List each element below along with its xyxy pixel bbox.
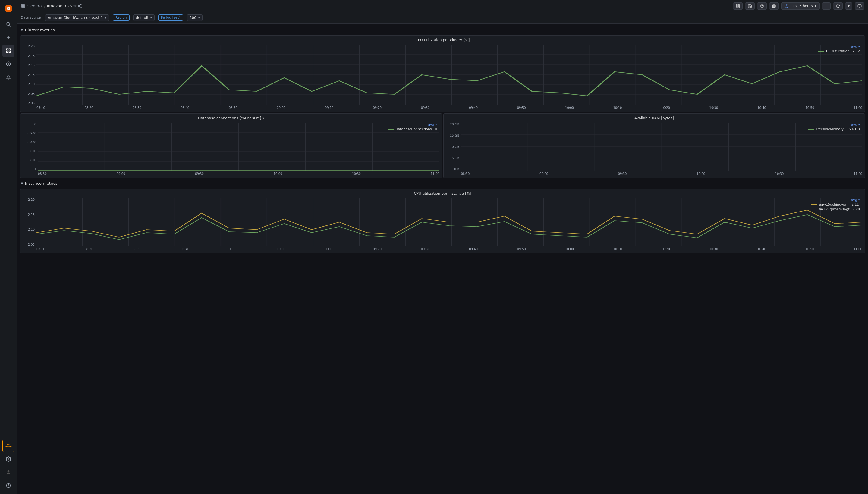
share-icon[interactable] [78,4,82,8]
gear-icon[interactable] [2,453,15,465]
instance-metrics-header[interactable]: ▼ Instance metrics [17,179,868,188]
dashboard-toolbar: Data source Amazon CloudWatch us-east-1 … [17,12,868,23]
plus-icon[interactable] [2,31,15,43]
ram-x-axis: 08:3009:0009:3010:0010:3011:00 [446,171,863,175]
db-y-axis: 10.8000.6000.4000.2000 [23,123,38,171]
breadcrumb-parent[interactable]: General [27,4,43,8]
breadcrumb-current: Amazon RDS [47,4,72,8]
svg-line-3 [9,25,11,26]
svg-text:aws: aws [7,443,11,445]
db-connections-chart: Database connections [count sum] ▾ avg ▾… [20,113,442,178]
svg-point-14 [8,458,9,460]
svg-marker-13 [12,446,12,447]
star-icon[interactable]: ☆ [73,4,77,8]
cpu-cluster-chart: CPU utilization per cluster [%] avg ▾ CP… [20,35,865,112]
clock-icon [785,4,789,8]
refresh-button[interactable] [833,2,843,10]
app-logo: G [2,2,15,15]
svg-point-15 [7,470,9,472]
db-series-name: DatabaseConnections [396,127,431,131]
ram-avg-legend[interactable]: avg ▾ [808,123,860,127]
datasource-selector[interactable]: Amazon CloudWatch us-east-1 ▾ [45,15,109,21]
topnav-right-actions: Last 3 hours ▾ − ▾ [733,2,864,10]
cpu-instance-chart: CPU utilization per instance [%] avg ▾ a… [20,189,865,253]
dashboard-content: ▼ Cluster metrics CPU utilization per cl… [17,23,868,494]
breadcrumb-separator: / [44,4,45,8]
ram-series-value: 15.6 GB [847,127,860,131]
svg-marker-11 [7,63,9,65]
main-area: General / Amazon RDS ☆ [17,0,868,494]
svg-point-22 [80,4,82,5]
db-connections-title: Database connections [count sum] ▾ [23,116,439,120]
svg-rect-30 [738,6,739,7]
cluster-metrics-header[interactable]: ▼ Cluster metrics [17,26,868,34]
explore-icon[interactable] [2,58,15,70]
instance-series1-name: aaw15dchingypm [819,203,849,207]
cpu-cluster-title: CPU utilization per cluster [%] [23,38,862,42]
svg-rect-29 [736,6,737,7]
instance-series2-value: 2.08 [853,207,860,211]
help-button[interactable] [757,2,767,10]
cpu-series-name: CPUUtilization [826,49,849,53]
svg-rect-21 [23,6,24,7]
instance-metrics-label: Instance metrics [25,181,58,186]
svg-rect-9 [9,51,11,53]
cpu-x-axis: 08:1008:2008:3008:40 08:5009:0009:1009:2… [23,105,862,109]
svg-rect-8 [6,51,8,53]
svg-rect-35 [858,4,861,7]
region-selector[interactable]: default ▾ [133,15,155,21]
region-label: Region [113,15,130,21]
ram-title: Available RAM [bytes] [446,116,863,120]
svg-rect-18 [21,4,23,5]
time-range-picker[interactable]: Last 3 hours ▾ [781,2,820,10]
datasource-value: Amazon CloudWatch us-east-1 [47,16,103,20]
breadcrumb: General / Amazon RDS ☆ [27,4,82,8]
svg-point-2 [7,22,10,26]
svg-point-24 [80,7,82,8]
cpu-avg-legend[interactable]: avg ▾ [818,44,860,49]
period-value: 300 [190,16,196,20]
user-icon[interactable] [2,466,15,478]
bottom-charts-row: Database connections [count sum] ▾ avg ▾… [20,113,865,178]
dashboard-grid-icon [21,4,25,8]
instance-series1-value: 2.11 [851,203,859,207]
refresh-interval-button[interactable]: ▾ [845,2,852,10]
dashboards-icon[interactable] [2,44,15,57]
cpu-series-value: 2.12 [853,49,860,53]
instance-y-axis: 2.05 2.10 2.15 2.20 [23,198,37,246]
cluster-chevron: ▼ [21,28,23,32]
period-label: Period [sec] [158,15,183,21]
svg-rect-20 [21,6,23,7]
instance-x-axis: 08:1008:2008:3008:40 08:5009:0009:1009:2… [23,246,862,251]
svg-rect-6 [6,49,8,50]
alerting-icon[interactable] [2,71,15,83]
svg-text:G: G [7,6,10,11]
zoom-out-button[interactable]: − [822,2,831,10]
ram-chart: Available RAM [bytes] avg ▾ FreeableMemo… [443,113,865,178]
svg-rect-28 [738,4,739,5]
dashboard-settings-button[interactable] [769,2,779,10]
add-panel-button[interactable] [733,2,742,10]
svg-rect-19 [23,4,24,5]
svg-line-26 [79,5,80,5]
instance-avg-legend[interactable]: avg ▾ [811,198,860,202]
instance-series2-name: aa159rgchcm96gt [819,207,850,211]
tv-mode-button[interactable] [855,2,864,10]
cpu-instance-title: CPU utilization per instance [%] [23,191,862,196]
aws-plugin-icon[interactable]: aws [2,440,15,452]
search-icon[interactable] [2,18,15,30]
db-avg-legend[interactable]: avg ▾ [388,123,437,127]
db-x-axis: 08:3009:0009:3010:0010:3011:00 [23,171,439,175]
period-selector[interactable]: 300 ▾ [187,15,202,21]
save-dashboard-button[interactable] [745,2,755,10]
top-navigation: General / Amazon RDS ☆ [17,0,868,12]
svg-point-23 [78,5,80,7]
region-value: default [136,16,149,20]
time-range-label: Last 3 hours [791,4,813,8]
period-chevron: ▾ [198,16,200,19]
db-series-value: 0 [435,127,437,131]
cpu-y-axis: 2.05 2.08 2.10 2.13 2.15 2.18 2.20 [23,44,37,105]
datasource-label: Data source [21,16,41,20]
help-circle-icon[interactable] [2,479,15,492]
svg-point-33 [773,5,775,7]
